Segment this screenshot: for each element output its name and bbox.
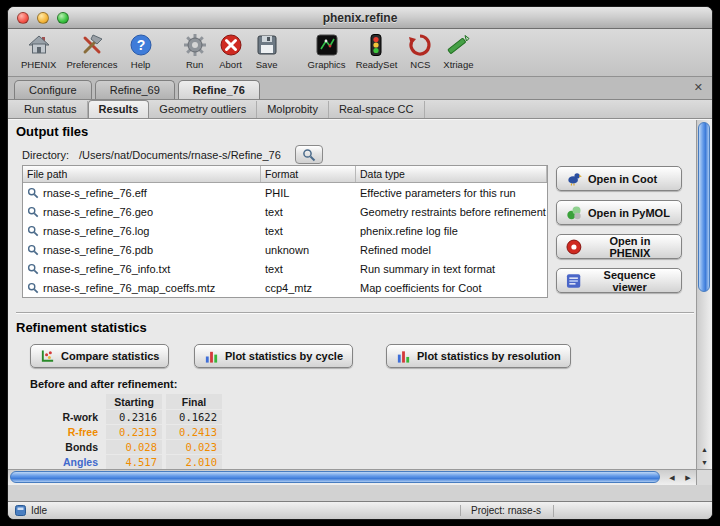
scroll-down-arrow[interactable]: ▼ <box>697 456 712 469</box>
toolbar-readyset-button[interactable]: ReadySet <box>351 31 403 70</box>
toolbar-abort-button[interactable]: Abort <box>213 31 249 70</box>
toolbar-label: Save <box>256 59 278 70</box>
format-cell: text <box>261 205 356 219</box>
table-header-row: File path Format Data type <box>23 166 547 183</box>
file-row[interactable]: rnase-s_refine_76_info.txt text Run summ… <box>23 259 547 278</box>
stats-starting-value: 0.028 <box>106 440 162 454</box>
scroll-right-arrow[interactable]: ▶ <box>680 470 696 485</box>
toolbar-label: Abort <box>219 59 242 70</box>
compare-statistics-button[interactable]: Compare statistics <box>30 344 169 368</box>
subtab-results[interactable]: Results <box>88 100 150 118</box>
ncs-icon <box>407 31 433 58</box>
format-cell: text <box>261 262 356 276</box>
file-path-cell: rnase-s_refine_76_map_coeffs.mtz <box>23 281 261 295</box>
file-path-cell: rnase-s_refine_76.geo <box>23 205 261 219</box>
tab-configure[interactable]: Configure <box>14 80 92 99</box>
file-path-cell: rnase-s_refine_76_info.txt <box>23 262 261 276</box>
status-text: Idle <box>31 505 47 516</box>
toolbar-label: Xtriage <box>443 59 473 70</box>
format-cell: text <box>261 224 356 238</box>
before-after-label: Before and after refinement: <box>30 378 177 390</box>
toolbar-save-button[interactable]: Save <box>249 31 285 70</box>
stats-final-value: 0.023 <box>166 440 222 454</box>
file-path-cell: rnase-s_refine_76.log <box>23 224 261 238</box>
column-header-file-path[interactable]: File path <box>23 166 261 182</box>
data-type-cell: Map coefficients for Coot <box>356 281 547 295</box>
toolbar-graphics-button[interactable]: Graphics <box>303 31 351 70</box>
horizontal-scrollbar-thumb[interactable] <box>10 471 660 483</box>
scroll-up-arrow[interactable]: ▲ <box>697 443 712 456</box>
magnifier-icon <box>27 187 39 199</box>
file-row[interactable]: rnase-s_refine_76_map_coeffs.mtz ccp4_mt… <box>23 278 547 297</box>
readyset-traffic-light-icon <box>363 31 389 58</box>
magnifier-icon <box>302 148 316 162</box>
subtab-real-space-cc[interactable]: Real-space CC <box>329 101 425 118</box>
open-in-coot-button[interactable]: Open in Coot <box>556 166 682 191</box>
toolbar-label: PHENIX <box>21 59 56 70</box>
vertical-scroll-arrows: ▲ ▼ <box>697 443 712 469</box>
file-row[interactable]: rnase-s_refine_76.log text phenix.refine… <box>23 221 547 240</box>
xtriage-icon <box>445 31 471 58</box>
tab-close-button[interactable]: ✕ <box>694 82 703 93</box>
toolbar-run-button[interactable]: Run <box>177 31 213 70</box>
stats-starting-value: 4.517 <box>106 455 162 469</box>
toolbar-preferences-button[interactable]: Preferences <box>61 31 122 70</box>
toolbar-label: Run <box>186 59 203 70</box>
results-panel: Output files Directory: /Users/nat/Docum… <box>8 119 712 485</box>
abort-icon <box>218 31 244 58</box>
file-row[interactable]: rnase-s_refine_76.eff PHIL Effective par… <box>23 183 547 202</box>
before-after-table: Starting Final R-work 0.2316 0.1622 R-fr… <box>52 394 226 470</box>
coot-icon <box>566 172 582 186</box>
scrollbar-corner <box>696 469 712 485</box>
vertical-scrollbar[interactable]: ▲ ▼ <box>696 120 712 470</box>
browse-directory-button[interactable] <box>295 145 323 164</box>
toolbar-help-button[interactable]: ? Help <box>123 31 159 70</box>
open-in-phenix-button[interactable]: Open in PHENIX <box>556 234 682 259</box>
toolbar-xtriage-button[interactable]: Xtriage <box>438 31 478 70</box>
toolbar-ncs-button[interactable]: NCS <box>402 31 438 70</box>
sequence-viewer-icon <box>566 273 581 289</box>
subtab-run-status[interactable]: Run status <box>14 101 88 118</box>
file-path-cell: rnase-s_refine_76.eff <box>23 186 261 200</box>
plot-statistics-by-resolution-button[interactable]: Plot statistics by resolution <box>386 344 571 368</box>
subtab-geometry-outliers[interactable]: Geometry outliers <box>149 101 257 118</box>
tab-refine-69[interactable]: Refine_69 <box>95 80 175 99</box>
data-type-cell: Geometry restraints before refinement <box>356 205 547 219</box>
file-path-cell: rnase-s_refine_76.pdb <box>23 243 261 257</box>
compare-statistics-icon <box>40 349 55 364</box>
toolbar-label: Help <box>131 59 151 70</box>
vertical-scrollbar-thumb[interactable] <box>698 122 710 292</box>
sequence-viewer-button[interactable]: Sequence viewer <box>556 268 682 293</box>
stats-row-label: Angles <box>52 456 106 468</box>
file-path-text: rnase-s_refine_76_info.txt <box>43 263 170 275</box>
column-header-data-type[interactable]: Data type <box>356 166 547 182</box>
phenix-home-icon <box>26 31 52 58</box>
file-row[interactable]: rnase-s_refine_76.pdb unknown Refined mo… <box>23 240 547 259</box>
button-label: Open in PyMOL <box>588 207 670 219</box>
file-path-text: rnase-s_refine_76_map_coeffs.mtz <box>43 282 215 294</box>
stats-header-row: Starting Final <box>52 394 226 409</box>
data-type-cell: Run summary in text format <box>356 262 547 276</box>
open-in-pymol-button[interactable]: Open in PyMOL <box>556 200 682 225</box>
stats-starting-value: 0.2313 <box>106 425 162 439</box>
column-header-format[interactable]: Format <box>261 166 356 182</box>
button-label: Plot statistics by cycle <box>225 350 343 362</box>
toolbar-phenix-button[interactable]: PHENIX <box>16 31 61 70</box>
stats-row-bonds: Bonds 0.028 0.023 <box>52 440 226 454</box>
title-bar[interactable]: phenix.refine <box>8 7 712 29</box>
scroll-left-arrow[interactable]: ◀ <box>664 470 680 485</box>
horizontal-scrollbar[interactable]: ◀ ▶ <box>8 469 698 485</box>
tab-refine-76[interactable]: Refine_76 <box>178 80 260 99</box>
status-end-section <box>553 505 705 517</box>
plot-by-cycle-icon <box>204 349 219 364</box>
file-row[interactable]: rnase-s_refine_76.geo text Geometry rest… <box>23 202 547 221</box>
toolbar-label: Preferences <box>66 59 117 70</box>
stats-row-angles: Angles 4.517 2.010 <box>52 455 226 469</box>
horizontal-scroll-arrows: ◀ ▶ <box>664 470 696 485</box>
subtab-molprobity[interactable]: Molprobity <box>257 101 329 118</box>
toolbar-label: NCS <box>410 59 430 70</box>
status-icon <box>15 505 26 516</box>
output-files-heading: Output files <box>16 124 88 139</box>
stats-starting-value: 0.2316 <box>106 410 162 424</box>
plot-statistics-by-cycle-button[interactable]: Plot statistics by cycle <box>194 344 353 368</box>
